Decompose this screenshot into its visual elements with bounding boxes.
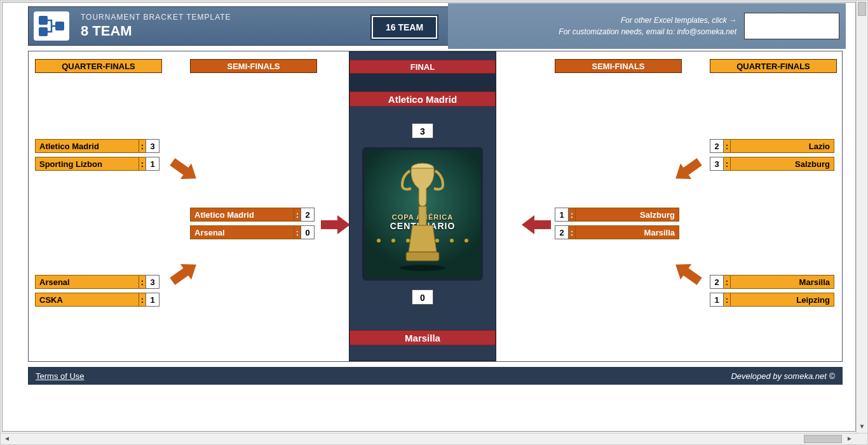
- col-head-final: FINAL: [349, 60, 496, 74]
- finalist-top[interactable]: Atletico Madrid: [349, 91, 496, 107]
- svg-rect-10: [419, 206, 426, 225]
- svg-marker-8: [522, 215, 551, 234]
- header-email-text: For customization needs, email to: info@…: [559, 26, 736, 37]
- final-panel: FINAL Atletico Madrid 3 COPA AMÉRICA CEN…: [349, 51, 496, 361]
- horizontal-scrollbar[interactable]: ◄ ►: [1, 433, 867, 444]
- arrow-right-icon: [166, 153, 202, 187]
- team-row[interactable]: Arsenal : 3: [35, 275, 159, 289]
- qf-right-match1: 2 : Lazio 3 : Salzburg: [710, 139, 834, 175]
- col-head-sf-right: SEMI-FINALS: [555, 59, 682, 73]
- team-row[interactable]: 1 : Salzburg: [555, 208, 679, 222]
- qf-left-match1: Atletico Madrid : 3 Sporting Lizbon : 1: [35, 139, 159, 175]
- svg-rect-2: [55, 22, 64, 30]
- svg-marker-6: [670, 154, 705, 187]
- final-score-top[interactable]: 3: [412, 123, 433, 138]
- team-row[interactable]: Atletico Madrid : 3: [35, 139, 159, 153]
- finalist-bottom[interactable]: Marsilla: [349, 330, 496, 345]
- team-row[interactable]: CSKA : 1: [35, 293, 159, 307]
- terms-of-use-link[interactable]: Terms of Use: [36, 371, 85, 381]
- sf-right-match: 1 : Salzburg 2 : Marsilla: [555, 208, 679, 243]
- bracket-logo-icon: [34, 11, 69, 41]
- header-bar: TOURNAMENT BRACKET TEMPLATE 8 TEAM 16 TE…: [28, 6, 843, 46]
- someka-logo[interactable]: someka Excel Solutions: [744, 13, 839, 39]
- team-row[interactable]: Sporting Lizbon : 1: [35, 157, 159, 171]
- sf-left-match: Atletico Madrid : 2 Arsenal : 0: [190, 208, 315, 243]
- scrollbar-thumb[interactable]: [804, 435, 842, 443]
- arrow-left-icon: [669, 256, 705, 290]
- developed-by-text: Developed by someka.net ©: [731, 371, 835, 381]
- arrow-right-icon: [166, 256, 202, 290]
- svg-point-12: [400, 265, 445, 271]
- footer-bar: Terms of Use Developed by someka.net ©: [28, 367, 843, 385]
- arrow-left-icon: [522, 214, 551, 236]
- final-score-bottom[interactable]: 0: [412, 289, 433, 305]
- scroll-down-icon[interactable]: ▼: [857, 423, 867, 433]
- team-row[interactable]: 1 : Leipzing: [710, 293, 834, 307]
- svg-rect-0: [39, 16, 48, 25]
- arrow-left-icon: [669, 153, 705, 187]
- svg-marker-3: [167, 154, 202, 187]
- qf-right-match2: 2 : Marsilla 1 : Leipzing: [710, 275, 834, 310]
- header-link-text[interactable]: For other Excel templates, click →: [559, 15, 736, 26]
- team-row[interactable]: Atletico Madrid : 2: [190, 208, 315, 222]
- scroll-right-icon[interactable]: ►: [844, 434, 855, 444]
- vertical-scrollbar[interactable]: ▲ ▼: [856, 1, 867, 433]
- col-head-qf-right: QUARTER-FINALS: [710, 59, 837, 73]
- arrow-right-icon: [321, 214, 350, 236]
- svg-rect-1: [39, 27, 48, 36]
- svg-marker-4: [167, 257, 202, 289]
- sixteen-team-button[interactable]: 16 TEAM: [372, 16, 437, 39]
- team-row[interactable]: 3 : Salzburg: [710, 157, 834, 171]
- team-row[interactable]: 2 : Lazio: [710, 139, 834, 153]
- svg-marker-7: [670, 257, 705, 289]
- bracket-area: QUARTER-FINALS SEMI-FINALS SEMI-FINALS Q…: [28, 51, 843, 362]
- header-title: 8 TEAM: [81, 23, 231, 39]
- header-subtitle: TOURNAMENT BRACKET TEMPLATE: [81, 13, 231, 22]
- team-row[interactable]: 2 : Marsilla: [555, 225, 679, 239]
- trophy-image: COPA AMÉRICA CENTENARIO: [362, 147, 483, 281]
- col-head-qf-left: QUARTER-FINALS: [35, 59, 162, 73]
- header-right-section: For other Excel templates, click → For c…: [448, 3, 846, 49]
- qf-left-match2: Arsenal : 3 CSKA : 1: [35, 275, 159, 310]
- svg-marker-5: [321, 215, 350, 234]
- col-head-sf-left: SEMI-FINALS: [190, 59, 317, 73]
- svg-rect-11: [406, 252, 439, 261]
- team-row[interactable]: Arsenal : 0: [190, 225, 315, 239]
- team-row[interactable]: 2 : Marsilla: [710, 275, 834, 289]
- scrollbar-thumb[interactable]: [858, 2, 866, 16]
- scroll-left-icon[interactable]: ◄: [2, 434, 12, 444]
